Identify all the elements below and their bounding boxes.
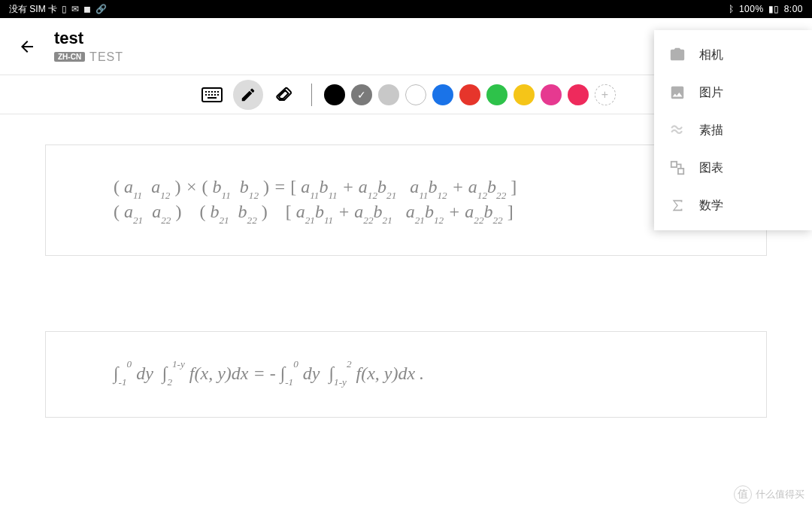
app-icon: ◼ — [83, 4, 91, 14]
svg-rect-4 — [214, 91, 216, 93]
svg-rect-8 — [211, 94, 213, 96]
watermark-text: 什么值得买 — [756, 488, 804, 501]
bluetooth-icon: ᛒ — [729, 4, 735, 14]
pencil-tool[interactable] — [233, 80, 263, 110]
wechat-icon: ✉ — [71, 4, 79, 14]
svg-rect-6 — [205, 94, 207, 96]
insert-menu: 相机图片素描图表数学 — [654, 30, 812, 230]
color-palette — [324, 84, 589, 105]
color-swatch-5[interactable] — [459, 84, 480, 105]
toolbar-divider — [311, 84, 312, 106]
equation-2: ∫-10 dy ∫21-y f(x, y)dx = - ∫-10 dy ∫1-y… — [114, 362, 698, 387]
status-sim-text: 没有 SIM 卡 — [9, 3, 57, 16]
eraser-tool[interactable] — [269, 80, 299, 110]
add-color-button[interactable]: + — [595, 84, 616, 105]
sigma-icon — [669, 197, 686, 214]
svg-rect-3 — [211, 91, 213, 93]
menu-item-label: 图片 — [699, 85, 723, 101]
eraser-icon — [275, 86, 293, 104]
watermark: 值 什么值得买 — [734, 485, 804, 503]
link-icon: 🔗 — [95, 4, 107, 14]
watermark-badge: 值 — [734, 485, 752, 503]
keyboard-icon — [201, 87, 223, 102]
menu-item-camera[interactable]: 相机 — [654, 36, 812, 74]
menu-item-sketch[interactable]: 素描 — [654, 111, 812, 149]
camera-icon — [669, 47, 686, 63]
menu-item-sigma[interactable]: 数学 — [654, 187, 812, 224]
back-button[interactable] — [12, 32, 42, 62]
color-swatch-2[interactable] — [378, 84, 399, 105]
color-swatch-4[interactable] — [432, 84, 453, 105]
menu-item-label: 素描 — [699, 123, 723, 138]
image-icon — [669, 84, 686, 101]
svg-rect-9 — [214, 94, 216, 96]
tool-group — [197, 80, 299, 110]
pencil-icon — [240, 87, 256, 103]
color-swatch-7[interactable] — [514, 84, 535, 105]
menu-item-label: 图表 — [699, 160, 723, 176]
battery-percent: 100% — [739, 4, 764, 14]
menu-item-diagram[interactable]: 图表 — [654, 149, 812, 187]
color-swatch-1[interactable] — [351, 84, 372, 105]
svg-rect-13 — [678, 169, 683, 174]
menu-item-label: 相机 — [699, 47, 723, 63]
svg-rect-12 — [671, 162, 677, 167]
status-left: 没有 SIM 卡 ▯ ✉ ◼ 🔗 — [9, 3, 107, 16]
svg-rect-5 — [217, 91, 219, 93]
battery-icon: ▮▯ — [768, 4, 780, 14]
subtitle-text: TEST — [89, 50, 123, 64]
svg-rect-11 — [208, 97, 217, 99]
math-box-2[interactable]: ∫-10 dy ∫21-y f(x, y)dx = - ∫-10 dy ∫1-y… — [45, 331, 767, 418]
clock-text: 8:00 — [784, 4, 803, 14]
color-swatch-9[interactable] — [568, 84, 589, 105]
diagram-icon — [669, 160, 686, 176]
color-swatch-0[interactable] — [324, 84, 345, 105]
keyboard-tool[interactable] — [197, 80, 227, 110]
color-swatch-3[interactable] — [405, 84, 426, 105]
status-right: ᛒ100% ▮▯ 8:00 — [729, 4, 803, 14]
svg-rect-7 — [208, 94, 210, 96]
menu-item-label: 数学 — [699, 198, 723, 214]
equation-1: ( a11 a12 ) × ( b11 b12 ) = [ a11b11 + a… — [114, 175, 698, 225]
status-bar: 没有 SIM 卡 ▯ ✉ ◼ 🔗 ᛒ100% ▮▯ 8:00 — [0, 0, 812, 18]
svg-rect-1 — [205, 91, 207, 93]
svg-rect-2 — [208, 91, 210, 93]
sketch-icon — [669, 122, 686, 138]
color-swatch-8[interactable] — [541, 84, 562, 105]
menu-item-image[interactable]: 图片 — [654, 74, 812, 111]
arrow-back-icon — [18, 38, 36, 56]
language-badge: ZH-CN — [54, 52, 85, 62]
svg-rect-10 — [217, 94, 219, 96]
color-swatch-6[interactable] — [486, 84, 508, 105]
sim-icon: ▯ — [62, 4, 67, 14]
